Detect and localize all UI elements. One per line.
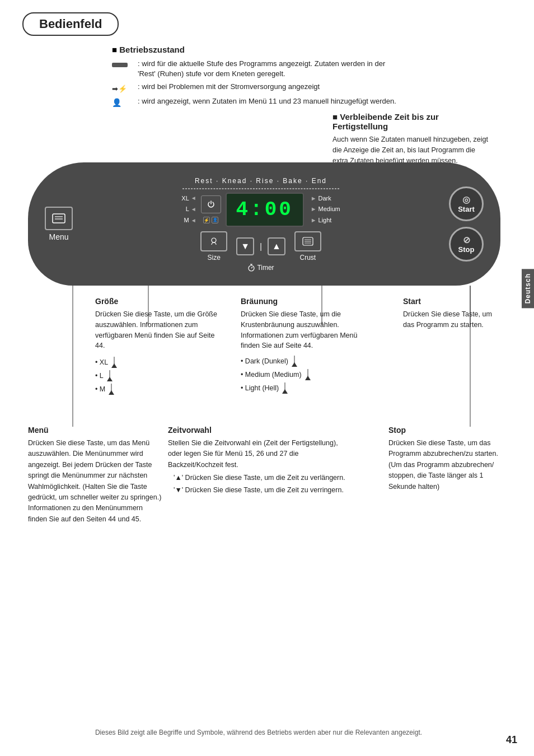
svg-marker-24 — [109, 390, 114, 395]
menue-description: Menü Drücken Sie diese Taste, um das Men… — [28, 426, 162, 525]
braeunung-heading: Bräunung — [241, 297, 375, 306]
svg-marker-22 — [107, 377, 113, 381]
start-label: Start — [458, 205, 475, 213]
stop-icon: ⊘ — [463, 235, 470, 245]
groesse-list: • XL • L • M — [95, 357, 218, 395]
bottom-note: Dieses Bild zeigt alle Begriffe und Symb… — [28, 729, 489, 736]
betrieb-text-1: : wird für die aktuelle Stufe des Progra… — [138, 59, 385, 79]
zeitvorwahl-list: '▲' Drücken Sie diese Taste, um die Zeit… — [168, 473, 347, 496]
svg-text:👤: 👤 — [112, 98, 122, 108]
svg-point-5 — [212, 238, 216, 242]
center-display-area: Rest · Knead · Rise · Bake · End XL ◄ L … — [78, 177, 443, 272]
crust-labels-right: ► Dark ► Medium ► Light — [311, 194, 340, 226]
start-heading: Start — [403, 297, 504, 306]
svg-marker-20 — [111, 363, 117, 368]
svg-marker-30 — [282, 389, 288, 394]
menu-label: Menu — [49, 232, 68, 241]
zeitvorwahl-heading: Zeitvorwahl — [168, 426, 347, 435]
svg-marker-28 — [305, 376, 311, 380]
verbleibende-zeit-section: Verbleibende Zeit bis zur Fertigstellung… — [332, 112, 489, 166]
betrieb-row-2: ➡⚡ : wird bei Problemen mit der Stromver… — [112, 82, 448, 94]
timer-label-area: Timer — [247, 264, 274, 272]
groesse-text: Drücken Sie diese Taste, um die Größe au… — [95, 309, 218, 351]
betrieb-icon-3: 👤 — [112, 97, 134, 108]
timer-down-button[interactable]: ▼ — [236, 237, 254, 255]
display-row: XL ◄ L ◄ M ◄ — [181, 193, 340, 227]
groesse-item-l: • L — [95, 370, 218, 381]
lcd-display: 4:00 — [226, 193, 304, 227]
progress-label: Rest · Knead · Rise · Bake · End — [195, 177, 327, 185]
crust-label: Crust — [299, 254, 316, 262]
groesse-item-m: • M — [95, 384, 218, 395]
start-stop-area: ◎ Start ⊘ Stop — [449, 186, 484, 262]
verbleibende-zeit-text: Auch wenn Sie Zutaten manuell hinzugeben… — [332, 134, 489, 166]
progress-line: Rest · Knead · Rise · Bake · End — [195, 177, 327, 185]
svg-line-13 — [251, 267, 252, 268]
crust-button-area[interactable]: Crust — [294, 231, 321, 262]
groesse-section: Größe Drücken Sie diese Taste, um die Gr… — [95, 297, 218, 395]
power-icon-small — [201, 195, 221, 213]
betrieb-icon-1 — [112, 59, 134, 71]
timer-label: Timer — [257, 264, 274, 272]
size-m-label: M — [184, 216, 189, 226]
size-labels-left: XL ◄ L ◄ M ◄ — [181, 194, 196, 226]
braeunung-item-light: • Light (Hell) — [241, 382, 375, 394]
start-text: Drücken Sie diese Taste, um das Programm… — [403, 309, 504, 330]
size-l-label: L — [186, 204, 189, 214]
menue-desc-heading: Menü — [28, 426, 162, 435]
control-panel: Menu Rest · Knead · Rise · Bake · End XL… — [28, 162, 500, 286]
groesse-heading: Größe — [95, 297, 218, 306]
crust-dark-label: Dark — [318, 194, 331, 204]
menu-icon-box — [45, 207, 73, 230]
betrieb-row-1: : wird für die aktuelle Stufe des Progra… — [112, 59, 448, 79]
start-icon: ◎ — [462, 194, 470, 205]
betrieb-text-2: : wird bei Problemen mit der Stromversor… — [138, 82, 320, 92]
page-title: Bedienfeld — [22, 12, 119, 36]
zeitvorwahl-item-down: '▼' Drücken Sie diese Taste, um die Zeit… — [174, 485, 347, 496]
groesse-item-xl: • XL — [95, 357, 218, 368]
stop-desc-text: Drücken Sie diese Taste, um das Programm… — [388, 438, 500, 492]
svg-rect-2 — [53, 214, 65, 223]
stop-label: Stop — [458, 245, 475, 254]
braeunung-item-dark: • Dark (Dunkel) — [241, 356, 375, 367]
braeunung-text: Drücken Sie diese Taste, um die Krustenb… — [241, 309, 375, 351]
zeitvorwahl-text: Stellen Sie die Zeitvorwahl ein (Zeit de… — [168, 438, 347, 470]
zeitvorwahl-description: Zeitvorwahl Stellen Sie die Zeitvorwahl … — [168, 426, 347, 497]
betrieb-icon-2: ➡⚡ — [112, 82, 134, 94]
svg-marker-26 — [292, 362, 297, 367]
betrieb-row-3: 👤 : wird angezeigt, wenn Zutaten im Menü… — [112, 96, 448, 108]
crust-light-label: Light — [318, 216, 332, 226]
stop-desc-heading: Stop — [388, 426, 500, 435]
menue-desc-text: Drücken Sie diese Taste, um das Menü aus… — [28, 438, 162, 525]
zeitvorwahl-item-up: '▲' Drücken Sie diese Taste, um die Zeit… — [174, 473, 347, 483]
braeunung-item-medium: • Medium (Medium) — [241, 369, 375, 380]
menu-button-area[interactable]: Menu — [45, 207, 73, 241]
size-xl-label: XL — [181, 194, 189, 204]
crust-medium-label: Medium — [318, 204, 340, 214]
start-section: Start Drücken Sie diese Taste, um das Pr… — [403, 297, 504, 330]
stop-description: Stop Drücken Sie diese Taste, um das Pro… — [388, 426, 500, 492]
braeunung-list: • Dark (Dunkel) • Medium (Medium) • Ligh… — [241, 356, 375, 394]
svg-text:➡⚡: ➡⚡ — [112, 84, 128, 93]
timer-up-button[interactable]: ▲ — [268, 237, 285, 255]
sidebar-language-tab: Deutsch — [522, 269, 534, 308]
verbleibende-zeit-heading: Verbleibende Zeit bis zur Fertigstellung — [332, 112, 489, 131]
betrieb-text-3: : wird angezeigt, wenn Zutaten im Menü 1… — [138, 96, 396, 106]
stop-button[interactable]: ⊘ Stop — [449, 227, 484, 262]
size-label: Size — [208, 254, 221, 262]
timer-row: Size ▼ | ▲ Crust — [200, 231, 321, 262]
page-number: 41 — [506, 734, 517, 746]
size-button-area[interactable]: Size — [200, 231, 227, 262]
braeunung-section: Bräunung Drücken Sie diese Taste, um die… — [241, 297, 375, 394]
betriebszustand-section: Betriebszustand : wird für die aktuelle … — [112, 45, 448, 111]
size-icon-box — [200, 231, 227, 251]
betriebszustand-heading: Betriebszustand — [112, 45, 448, 54]
crust-icon-box — [294, 231, 321, 251]
start-button[interactable]: ◎ Start — [449, 186, 484, 221]
